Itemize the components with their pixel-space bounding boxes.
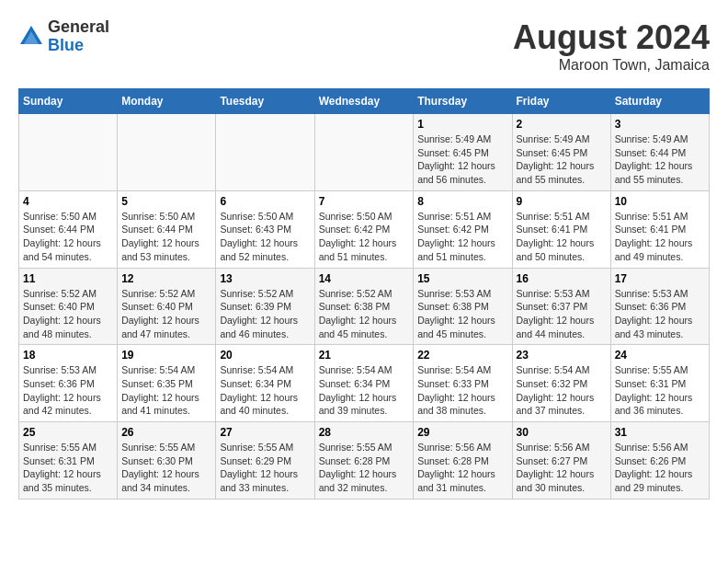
- day-number: 25: [23, 426, 113, 439]
- day-info: Sunrise: 5:54 AMSunset: 6:35 PMDaylight:…: [121, 363, 211, 418]
- days-of-week-row: SundayMondayTuesdayWednesdayThursdayFrid…: [19, 89, 710, 114]
- calendar-cell: 5Sunrise: 5:50 AMSunset: 6:44 PMDaylight…: [118, 190, 216, 268]
- day-number: 8: [417, 195, 507, 208]
- day-info: Sunrise: 5:52 AMSunset: 6:38 PMDaylight:…: [319, 287, 410, 341]
- day-info: Sunrise: 5:55 AMSunset: 6:28 PMDaylight:…: [319, 441, 410, 495]
- day-info: Sunrise: 5:50 AMSunset: 6:43 PMDaylight:…: [220, 210, 310, 264]
- day-number: 22: [417, 349, 507, 362]
- day-number: 14: [319, 272, 410, 285]
- calendar-cell: 20Sunrise: 5:54 AMSunset: 6:34 PMDayligh…: [216, 345, 314, 422]
- calendar-cell: 27Sunrise: 5:55 AMSunset: 6:29 PMDayligh…: [216, 422, 314, 500]
- calendar-cell: [216, 114, 314, 191]
- page-header: General Blue August 2024 Maroon Town, Ja…: [18, 18, 710, 74]
- calendar-week-row: 25Sunrise: 5:55 AMSunset: 6:31 PMDayligh…: [19, 422, 710, 500]
- day-of-week-header: Saturday: [610, 89, 709, 114]
- calendar-cell: 24Sunrise: 5:55 AMSunset: 6:31 PMDayligh…: [610, 345, 709, 422]
- calendar-cell: 12Sunrise: 5:52 AMSunset: 6:40 PMDayligh…: [118, 268, 216, 345]
- day-info: Sunrise: 5:49 AMSunset: 6:44 PMDaylight:…: [615, 132, 705, 187]
- day-info: Sunrise: 5:55 AMSunset: 6:31 PMDaylight:…: [23, 441, 113, 495]
- calendar-table: SundayMondayTuesdayWednesdayThursdayFrid…: [18, 88, 710, 500]
- day-info: Sunrise: 5:50 AMSunset: 6:44 PMDaylight:…: [23, 210, 113, 264]
- calendar-cell: 1Sunrise: 5:49 AMSunset: 6:45 PMDaylight…: [414, 114, 512, 191]
- day-number: 20: [220, 349, 310, 362]
- logo-text: General Blue: [48, 18, 109, 55]
- calendar-cell: 14Sunrise: 5:52 AMSunset: 6:38 PMDayligh…: [314, 268, 414, 345]
- day-info: Sunrise: 5:54 AMSunset: 6:34 PMDaylight:…: [319, 363, 410, 418]
- calendar-cell: 13Sunrise: 5:52 AMSunset: 6:39 PMDayligh…: [216, 268, 314, 345]
- day-info: Sunrise: 5:55 AMSunset: 6:31 PMDaylight:…: [615, 363, 705, 418]
- day-of-week-header: Wednesday: [314, 89, 414, 114]
- day-number: 9: [517, 195, 607, 208]
- day-number: 29: [417, 426, 507, 439]
- calendar-cell: 28Sunrise: 5:55 AMSunset: 6:28 PMDayligh…: [314, 422, 414, 500]
- day-of-week-header: Tuesday: [216, 89, 314, 114]
- day-of-week-header: Sunday: [19, 89, 118, 114]
- calendar-cell: 30Sunrise: 5:56 AMSunset: 6:27 PMDayligh…: [512, 422, 610, 500]
- day-info: Sunrise: 5:56 AMSunset: 6:27 PMDaylight:…: [517, 441, 607, 495]
- calendar-cell: 25Sunrise: 5:55 AMSunset: 6:31 PMDayligh…: [19, 422, 118, 500]
- calendar-cell: 29Sunrise: 5:56 AMSunset: 6:28 PMDayligh…: [414, 422, 512, 500]
- day-number: 13: [220, 272, 310, 285]
- day-number: 11: [23, 272, 113, 285]
- logo-icon: [18, 24, 44, 50]
- day-info: Sunrise: 5:55 AMSunset: 6:30 PMDaylight:…: [121, 441, 211, 495]
- calendar-week-row: 18Sunrise: 5:53 AMSunset: 6:36 PMDayligh…: [19, 345, 710, 422]
- calendar-week-row: 4Sunrise: 5:50 AMSunset: 6:44 PMDaylight…: [19, 190, 710, 268]
- calendar-cell: 2Sunrise: 5:49 AMSunset: 6:45 PMDaylight…: [512, 114, 610, 191]
- day-number: 17: [615, 272, 705, 285]
- day-info: Sunrise: 5:50 AMSunset: 6:42 PMDaylight:…: [319, 210, 410, 264]
- calendar-cell: 11Sunrise: 5:52 AMSunset: 6:40 PMDayligh…: [19, 268, 118, 345]
- day-info: Sunrise: 5:54 AMSunset: 6:32 PMDaylight:…: [517, 363, 607, 418]
- calendar-cell: 16Sunrise: 5:53 AMSunset: 6:37 PMDayligh…: [512, 268, 610, 345]
- day-number: 1: [417, 118, 507, 131]
- day-number: 30: [517, 426, 607, 439]
- calendar-cell: 17Sunrise: 5:53 AMSunset: 6:36 PMDayligh…: [610, 268, 709, 345]
- day-info: Sunrise: 5:51 AMSunset: 6:41 PMDaylight:…: [615, 210, 705, 264]
- day-of-week-header: Thursday: [414, 89, 512, 114]
- day-number: 10: [615, 195, 705, 208]
- calendar-header: SundayMondayTuesdayWednesdayThursdayFrid…: [19, 89, 710, 114]
- day-info: Sunrise: 5:54 AMSunset: 6:34 PMDaylight:…: [220, 363, 310, 418]
- calendar-cell: [19, 114, 118, 191]
- calendar-cell: 21Sunrise: 5:54 AMSunset: 6:34 PMDayligh…: [314, 345, 414, 422]
- day-info: Sunrise: 5:55 AMSunset: 6:29 PMDaylight:…: [220, 441, 310, 495]
- calendar-cell: 4Sunrise: 5:50 AMSunset: 6:44 PMDaylight…: [19, 190, 118, 268]
- calendar-cell: 22Sunrise: 5:54 AMSunset: 6:33 PMDayligh…: [414, 345, 512, 422]
- day-info: Sunrise: 5:52 AMSunset: 6:39 PMDaylight:…: [220, 287, 310, 341]
- logo-blue: Blue: [48, 37, 109, 55]
- day-info: Sunrise: 5:51 AMSunset: 6:42 PMDaylight:…: [417, 210, 507, 264]
- day-info: Sunrise: 5:54 AMSunset: 6:33 PMDaylight:…: [417, 363, 507, 418]
- calendar-cell: 7Sunrise: 5:50 AMSunset: 6:42 PMDaylight…: [314, 190, 414, 268]
- day-info: Sunrise: 5:56 AMSunset: 6:26 PMDaylight:…: [615, 441, 705, 495]
- calendar-cell: 26Sunrise: 5:55 AMSunset: 6:30 PMDayligh…: [118, 422, 216, 500]
- day-info: Sunrise: 5:50 AMSunset: 6:44 PMDaylight:…: [121, 210, 211, 264]
- day-info: Sunrise: 5:53 AMSunset: 6:36 PMDaylight:…: [615, 287, 705, 341]
- calendar-cell: 8Sunrise: 5:51 AMSunset: 6:42 PMDaylight…: [414, 190, 512, 268]
- calendar-week-row: 11Sunrise: 5:52 AMSunset: 6:40 PMDayligh…: [19, 268, 710, 345]
- day-number: 21: [319, 349, 410, 362]
- day-number: 7: [319, 195, 410, 208]
- calendar-cell: 6Sunrise: 5:50 AMSunset: 6:43 PMDaylight…: [216, 190, 314, 268]
- day-number: 12: [121, 272, 211, 285]
- day-of-week-header: Monday: [118, 89, 216, 114]
- day-number: 27: [220, 426, 310, 439]
- calendar-cell: [118, 114, 216, 191]
- day-info: Sunrise: 5:49 AMSunset: 6:45 PMDaylight:…: [417, 132, 507, 187]
- calendar-cell: 3Sunrise: 5:49 AMSunset: 6:44 PMDaylight…: [610, 114, 709, 191]
- calendar-cell: 15Sunrise: 5:53 AMSunset: 6:38 PMDayligh…: [414, 268, 512, 345]
- day-info: Sunrise: 5:56 AMSunset: 6:28 PMDaylight:…: [417, 441, 507, 495]
- day-number: 23: [517, 349, 607, 362]
- day-info: Sunrise: 5:53 AMSunset: 6:38 PMDaylight:…: [417, 287, 507, 341]
- calendar-cell: 9Sunrise: 5:51 AMSunset: 6:41 PMDaylight…: [512, 190, 610, 268]
- day-number: 16: [517, 272, 607, 285]
- day-info: Sunrise: 5:53 AMSunset: 6:37 PMDaylight:…: [517, 287, 607, 341]
- day-number: 15: [417, 272, 507, 285]
- day-number: 19: [121, 349, 211, 362]
- calendar-cell: 31Sunrise: 5:56 AMSunset: 6:26 PMDayligh…: [610, 422, 709, 500]
- calendar-cell: 19Sunrise: 5:54 AMSunset: 6:35 PMDayligh…: [118, 345, 216, 422]
- day-info: Sunrise: 5:53 AMSunset: 6:36 PMDaylight:…: [23, 363, 113, 418]
- day-number: 4: [23, 195, 113, 208]
- calendar-week-row: 1Sunrise: 5:49 AMSunset: 6:45 PMDaylight…: [19, 114, 710, 191]
- calendar-cell: 10Sunrise: 5:51 AMSunset: 6:41 PMDayligh…: [610, 190, 709, 268]
- day-number: 2: [517, 118, 607, 131]
